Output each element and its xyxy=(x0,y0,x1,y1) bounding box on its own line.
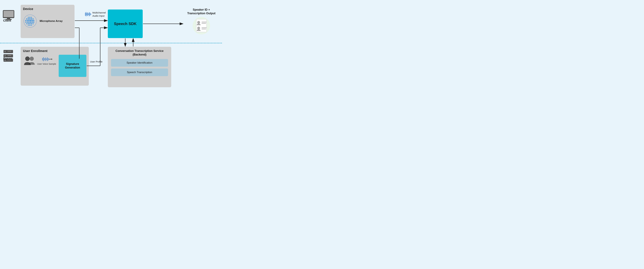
svg-rect-6 xyxy=(8,51,12,52)
svg-rect-33 xyxy=(33,22,34,23)
svg-rect-32 xyxy=(32,22,33,23)
microphone-section: Microphone Array xyxy=(23,14,72,28)
svg-rect-17 xyxy=(26,18,27,20)
server-label: Server xyxy=(3,57,12,60)
svg-rect-41 xyxy=(31,25,32,26)
output-title: Speaker ID + Transcription Output xyxy=(186,8,217,16)
svg-rect-31 xyxy=(30,22,31,23)
user-profile-label: User Profile xyxy=(90,60,102,63)
svg-rect-1 xyxy=(4,11,14,17)
svg-rect-38 xyxy=(32,23,34,24)
diagram-container: Client Server Device xyxy=(0,0,222,92)
svg-rect-30 xyxy=(28,22,30,23)
cts-title: Conversation Transcription Service (Back… xyxy=(111,49,168,56)
speech-sdk-label: Speech SDK xyxy=(114,22,137,26)
microphone-globe-icon xyxy=(23,14,37,28)
svg-point-8 xyxy=(4,55,6,56)
svg-point-58 xyxy=(30,56,34,61)
svg-rect-29 xyxy=(27,22,28,23)
speaker-id-box: Speaker Identification xyxy=(111,59,168,66)
svg-rect-15 xyxy=(29,17,30,18)
multichannel-label: MultichannelAudio Input xyxy=(84,11,106,17)
client-label: Client xyxy=(3,19,11,22)
svg-point-55 xyxy=(197,27,200,30)
server-icon xyxy=(2,49,14,64)
svg-point-5 xyxy=(4,51,6,52)
enrollment-title: User Enrollment xyxy=(23,49,86,53)
svg-rect-28 xyxy=(25,22,26,23)
svg-rect-40 xyxy=(29,25,30,26)
svg-rect-16 xyxy=(31,17,32,18)
cts-box: Conversation Transcription Service (Back… xyxy=(108,47,171,87)
svg-rect-26 xyxy=(32,20,33,21)
svg-point-59 xyxy=(25,56,30,61)
speech-transcription-box: Speech Transcription xyxy=(111,68,168,76)
output-icon-wrapper xyxy=(193,17,210,34)
speech-sdk-box: Speech SDK xyxy=(108,10,143,38)
output-area: Speaker ID + Transcription Output xyxy=(186,8,217,34)
section-divider xyxy=(0,43,222,43)
svg-rect-27 xyxy=(33,20,34,21)
svg-point-52 xyxy=(197,21,200,24)
signature-gen-box: Signature Generation xyxy=(59,55,86,77)
svg-rect-22 xyxy=(25,20,26,21)
svg-rect-24 xyxy=(28,20,30,21)
svg-rect-20 xyxy=(31,18,32,20)
svg-rect-18 xyxy=(28,18,29,20)
svg-marker-70 xyxy=(52,58,52,60)
svg-rect-9 xyxy=(8,55,12,56)
svg-rect-14 xyxy=(28,17,29,18)
svg-rect-21 xyxy=(32,18,34,20)
multichannel-text: MultichannelAudio Input xyxy=(92,11,106,17)
svg-rect-39 xyxy=(28,25,29,26)
voice-label: User Voice Sample xyxy=(37,63,56,65)
device-title: Device xyxy=(23,7,72,11)
output-document-icon xyxy=(196,19,207,32)
voice-wave-icon xyxy=(41,56,52,62)
svg-rect-34 xyxy=(26,23,27,24)
device-box: Device xyxy=(20,5,74,38)
sig-gen-label: Signature Generation xyxy=(59,60,86,71)
users-icon xyxy=(23,55,36,66)
audio-wave-icon xyxy=(84,12,91,17)
svg-rect-36 xyxy=(29,23,30,24)
svg-rect-19 xyxy=(29,18,30,20)
svg-rect-25 xyxy=(30,20,31,21)
svg-rect-37 xyxy=(31,23,32,24)
svg-rect-23 xyxy=(27,20,28,21)
microphone-label: Microphone Array xyxy=(40,19,62,23)
svg-rect-35 xyxy=(28,23,29,24)
